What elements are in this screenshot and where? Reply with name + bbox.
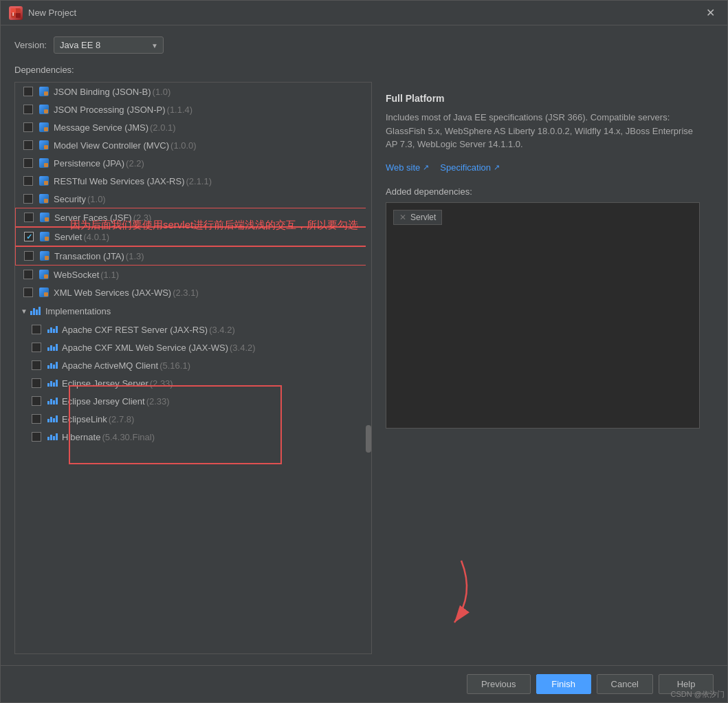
dependencies-label: Dependencies: bbox=[14, 65, 714, 75]
added-deps-box: ✕ Servlet bbox=[386, 202, 700, 429]
links-row: Web site ↗ Specification ↗ bbox=[386, 162, 700, 173]
xml-web-services-icon bbox=[38, 287, 49, 298]
json-processing-icon bbox=[38, 104, 49, 115]
apache-cxf-rest-icon bbox=[47, 324, 58, 335]
added-dep-servlet: ✕ Servlet bbox=[393, 210, 442, 225]
dep-persistence[interactable]: Persistence (JPA) (2.2) bbox=[15, 154, 371, 172]
title-bar: I New Project ✕ bbox=[1, 1, 727, 25]
dep-restful[interactable]: RESTful Web Services (JAX-RS) (2.1.1) bbox=[15, 172, 371, 190]
dep-server-faces[interactable]: Server Faces (JSF) (2.3) bbox=[15, 208, 371, 227]
message-service-icon bbox=[38, 122, 49, 133]
right-panel: Full Platform Includes most of Java EE s… bbox=[372, 82, 714, 654]
apache-activemq-icon bbox=[47, 360, 58, 371]
close-button[interactable]: ✕ bbox=[702, 5, 719, 21]
dep-eclipse-jersey-server[interactable]: Eclipse Jersey Server (2.33) bbox=[15, 374, 371, 392]
platform-description: Includes most of Java EE specifications … bbox=[386, 111, 700, 151]
dep-mvc-checkbox[interactable] bbox=[23, 140, 33, 150]
scrollbar-thumb[interactable] bbox=[366, 425, 371, 453]
dependencies-list[interactable]: 因为后面我们要使用servlet进行前后端浅浅的交互，所以要勾选 JSON Bi… bbox=[14, 82, 372, 654]
added-deps-label: Added dependencies: bbox=[386, 186, 700, 197]
arrow-area bbox=[386, 429, 700, 643]
dialog-title: New Project bbox=[28, 8, 702, 18]
dep-servlet[interactable]: Servlet (4.0.1) bbox=[15, 227, 371, 246]
dep-apache-cxf-rest-checkbox[interactable] bbox=[32, 325, 41, 334]
dep-persistence-checkbox[interactable] bbox=[23, 158, 33, 168]
mvc-icon bbox=[38, 140, 49, 151]
servlet-icon bbox=[39, 231, 50, 242]
implementations-label: Implementations bbox=[45, 306, 111, 316]
dep-apache-cxf-xml[interactable]: Apache CXF XML Web Service (JAX-WS) (3.4… bbox=[15, 338, 371, 356]
websocket-icon bbox=[38, 269, 49, 280]
eclipse-jersey-client-icon bbox=[47, 396, 58, 407]
dep-apache-cxf-rest[interactable]: Apache CXF REST Server (JAX-RS) (3.4.2) bbox=[15, 321, 371, 338]
dep-eclipselink[interactable]: EclipseLink (2.7.8) bbox=[15, 410, 371, 428]
dep-hibernate-checkbox[interactable] bbox=[32, 432, 41, 442]
implementations-icon bbox=[30, 305, 41, 316]
collapse-icon: ▼ bbox=[21, 307, 27, 315]
dep-security-checkbox[interactable] bbox=[23, 194, 33, 204]
dep-eclipselink-checkbox[interactable] bbox=[32, 414, 41, 424]
platform-title: Full Platform bbox=[386, 93, 700, 104]
cancel-button[interactable]: Cancel bbox=[597, 674, 653, 694]
json-binding-icon bbox=[38, 86, 49, 97]
security-icon bbox=[38, 193, 49, 204]
dep-hibernate[interactable]: Hibernate (5.4.30.Final) bbox=[15, 428, 371, 446]
dep-transaction[interactable]: Transaction (JTA) (1.3) bbox=[15, 246, 371, 266]
eclipse-jersey-server-icon bbox=[47, 378, 58, 389]
servlet-dep-name: Servlet bbox=[410, 213, 436, 222]
dep-restful-checkbox[interactable] bbox=[23, 176, 33, 186]
finish-button[interactable]: Finish bbox=[536, 674, 591, 694]
svg-text:I: I bbox=[12, 11, 14, 17]
finish-arrow bbox=[406, 554, 489, 636]
remove-servlet-button[interactable]: ✕ bbox=[399, 213, 406, 222]
version-row: Version: Java EE 8 Java EE 7 ▼ bbox=[14, 36, 714, 54]
apache-cxf-xml-icon bbox=[47, 342, 58, 353]
version-select-wrapper: Java EE 8 Java EE 7 ▼ bbox=[54, 36, 164, 54]
dep-transaction-checkbox[interactable] bbox=[24, 251, 34, 261]
version-label: Version: bbox=[14, 40, 47, 50]
dep-mvc[interactable]: Model View Controller (MVC) (1.0.0) bbox=[15, 136, 371, 154]
external-link-icon: ↗ bbox=[494, 163, 500, 172]
watermark: CSDN @依汐门 bbox=[671, 689, 725, 700]
previous-button[interactable]: Previous bbox=[467, 674, 531, 694]
restful-icon bbox=[38, 175, 49, 186]
dep-json-binding[interactable]: JSON Binding (JSON-B) (1.0) bbox=[15, 83, 371, 100]
dep-json-processing-checkbox[interactable] bbox=[23, 105, 33, 114]
dep-json-processing[interactable]: JSON Processing (JSON-P) (1.1.4) bbox=[15, 100, 371, 118]
dep-xml-web-services-checkbox[interactable] bbox=[23, 288, 33, 297]
dep-eclipse-jersey-client[interactable]: Eclipse Jersey Client (2.33) bbox=[15, 392, 371, 410]
dialog-content: Version: Java EE 8 Java EE 7 ▼ Dependenc… bbox=[1, 25, 727, 665]
dep-apache-activemq-checkbox[interactable] bbox=[32, 360, 41, 370]
dep-xml-web-services[interactable]: XML Web Services (JAX-WS) (2.3.1) bbox=[15, 283, 371, 301]
dep-apache-cxf-xml-checkbox[interactable] bbox=[32, 343, 41, 352]
external-link-icon: ↗ bbox=[423, 163, 429, 172]
dep-message-service[interactable]: Message Service (JMS) (2.0.1) bbox=[15, 118, 371, 136]
web-site-link[interactable]: Web site ↗ bbox=[386, 162, 429, 173]
eclipselink-icon bbox=[47, 413, 58, 424]
new-project-dialog: I New Project ✕ Version: Java EE 8 Java … bbox=[0, 0, 728, 703]
dep-message-service-checkbox[interactable] bbox=[23, 122, 33, 132]
dep-servlet-checkbox[interactable] bbox=[24, 232, 34, 241]
specification-link[interactable]: Specification ↗ bbox=[440, 162, 500, 173]
dep-websocket-checkbox[interactable] bbox=[23, 270, 33, 279]
dep-apache-activemq[interactable]: Apache ActiveMQ Client (5.16.1) bbox=[15, 356, 371, 374]
scrollbar-track[interactable] bbox=[366, 83, 371, 653]
implementations-category[interactable]: ▼ Implementations bbox=[15, 301, 371, 321]
dep-eclipse-jersey-server-checkbox[interactable] bbox=[32, 378, 41, 388]
dialog-footer: Previous Finish Cancel Help bbox=[1, 665, 727, 702]
persistence-icon bbox=[38, 158, 49, 169]
dep-json-binding-checkbox[interactable] bbox=[23, 87, 33, 96]
app-logo: I bbox=[9, 6, 23, 20]
dep-security[interactable]: Security (1.0) bbox=[15, 190, 371, 208]
dep-eclipse-jersey-client-checkbox[interactable] bbox=[32, 396, 41, 406]
hibernate-icon bbox=[47, 431, 58, 442]
dep-websocket[interactable]: WebSocket (1.1) bbox=[15, 266, 371, 283]
transaction-icon bbox=[39, 250, 50, 261]
main-area: 因为后面我们要使用servlet进行前后端浅浅的交互，所以要勾选 JSON Bi… bbox=[14, 82, 714, 654]
version-select[interactable]: Java EE 8 Java EE 7 bbox=[54, 36, 164, 54]
svg-rect-2 bbox=[16, 13, 21, 18]
dep-server-faces-checkbox[interactable] bbox=[24, 213, 34, 222]
server-faces-icon bbox=[39, 212, 50, 223]
